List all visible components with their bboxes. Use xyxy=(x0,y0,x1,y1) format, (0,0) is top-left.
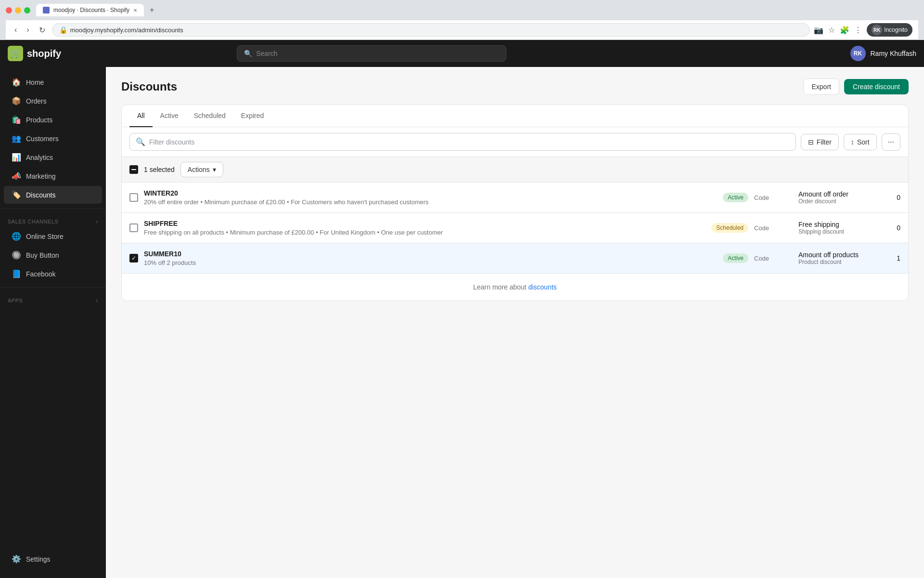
sidebar-item-marketing[interactable]: 📣 Marketing xyxy=(4,167,102,185)
apps-label: Apps xyxy=(8,298,23,303)
browser-tabs: moodjoy · Discounts · Shopify ✕ + xyxy=(6,4,918,16)
filter-button[interactable]: ⊟ Filter xyxy=(801,134,839,150)
discount-type-shipfree: Free shipping Shipping discount xyxy=(798,221,875,235)
discount-name-winter20: WINTER20 xyxy=(144,189,717,197)
code-type-shipfree: Code xyxy=(754,224,793,232)
filter-search[interactable]: 🔍 xyxy=(129,133,796,151)
sort-button[interactable]: ↕ Sort xyxy=(844,134,877,150)
discount-row-shipfree[interactable]: SHIPFREE Free shipping on all products •… xyxy=(122,213,908,243)
sidebar-label-settings: Settings xyxy=(26,555,51,563)
sidebar-item-discounts[interactable]: 🏷️ Discounts xyxy=(4,186,102,204)
marketing-icon: 📣 xyxy=(12,171,21,181)
new-tab-button[interactable]: + xyxy=(146,4,158,16)
discounts-icon: 🏷️ xyxy=(12,190,21,199)
uses-summer10: 1 xyxy=(881,254,900,262)
discount-info-shipfree: SHIPFREE Free shipping on all products •… xyxy=(144,220,706,236)
code-type-summer10: Code xyxy=(754,255,793,262)
discount-type-label-summer10: Amount off products xyxy=(798,251,875,259)
sidebar-item-buy-button[interactable]: 🔘 Buy Button xyxy=(4,246,102,264)
app-layout: 🏠 Home 📦 Orders 🛍️ Products 👥 Customers … xyxy=(0,67,924,578)
user-avatar-small: RK xyxy=(872,25,882,35)
sidebar-item-online-store[interactable]: 🌐 Online Store xyxy=(4,227,102,245)
filter-icon: ⊟ xyxy=(808,138,814,146)
home-icon: 🏠 xyxy=(12,78,21,87)
discounts-learn-more-link[interactable]: discounts xyxy=(528,283,557,291)
menu-icon[interactable]: ⋮ xyxy=(854,26,862,35)
reload-button[interactable]: ↻ xyxy=(36,25,48,36)
sidebar-label-buy-button: Buy Button xyxy=(26,251,59,259)
search-icon: 🔍 xyxy=(244,50,252,57)
sidebar-item-analytics[interactable]: 📊 Analytics xyxy=(4,148,102,166)
discount-row-summer10[interactable]: SUMMER10 10% off 2 products Active Code … xyxy=(122,243,908,274)
tab-scheduled[interactable]: Scheduled xyxy=(186,105,233,127)
discount-info-winter20: WINTER20 20% off entire order • Minimum … xyxy=(144,189,717,206)
discount-row-winter20[interactable]: WINTER20 20% off entire order • Minimum … xyxy=(122,183,908,213)
address-bar[interactable]: 🔒 moodjoy.myshopify.com/admin/discounts xyxy=(52,23,810,37)
sales-channels-chevron[interactable]: › xyxy=(96,218,99,225)
sidebar-label-products: Products xyxy=(26,116,52,124)
extensions-icon[interactable]: 🧩 xyxy=(840,26,849,35)
shopify-logo-icon: 🛒 xyxy=(8,46,23,61)
sidebar-label-customers: Customers xyxy=(26,135,59,143)
url-text: moodjoy.myshopify.com/admin/discounts xyxy=(70,26,183,34)
search-input[interactable] xyxy=(256,50,499,57)
back-button[interactable]: ‹ xyxy=(12,25,20,35)
sidebar-label-marketing: Marketing xyxy=(26,172,55,180)
address-bar-row: ‹ › ↻ 🔒 moodjoy.myshopify.com/admin/disc… xyxy=(6,20,918,40)
shopify-wordmark: shopify xyxy=(27,48,61,59)
apps-chevron[interactable]: › xyxy=(96,297,99,304)
tab-all[interactable]: All xyxy=(129,105,153,127)
sidebar-item-home[interactable]: 🏠 Home xyxy=(4,73,102,91)
discounts-card: All Active Scheduled Expired 🔍 ⊟ Filter … xyxy=(121,105,909,301)
create-discount-button[interactable]: Create discount xyxy=(844,79,909,94)
actions-chevron-icon: ▾ xyxy=(213,166,216,173)
shopify-logo[interactable]: 🛒 shopify xyxy=(8,46,61,61)
page-header: Discounts Export Create discount xyxy=(121,79,909,95)
lock-icon: 🔒 xyxy=(59,26,67,34)
user-name: Ramy Khuffash xyxy=(871,50,916,57)
fullscreen-window-button[interactable] xyxy=(24,7,30,13)
row-checkbox-shipfree[interactable] xyxy=(129,223,138,232)
close-window-button[interactable] xyxy=(6,7,12,13)
row-checkbox-winter20[interactable] xyxy=(129,193,138,202)
header-actions: Export Create discount xyxy=(803,79,909,95)
user-section: RK Ramy Khuffash xyxy=(850,46,916,61)
row-checkbox-summer10[interactable] xyxy=(129,254,138,263)
sidebar-item-facebook[interactable]: 📘 Facebook xyxy=(4,265,102,283)
bulk-action-bar: 1 selected Actions ▾ xyxy=(122,157,908,183)
browser-tab[interactable]: moodjoy · Discounts · Shopify ✕ xyxy=(36,4,144,16)
sidebar-item-customers[interactable]: 👥 Customers xyxy=(4,130,102,147)
more-options-button[interactable]: ··· xyxy=(882,133,900,151)
minimize-window-button[interactable] xyxy=(15,7,21,13)
sidebar-bottom: ⚙️ Settings xyxy=(0,546,106,572)
global-search-bar[interactable]: 🔍 xyxy=(237,45,506,62)
incognito-badge[interactable]: RK Incognito xyxy=(867,23,912,37)
tabs: All Active Scheduled Expired xyxy=(122,105,908,127)
sidebar-item-orders[interactable]: 📦 Orders xyxy=(4,92,102,110)
app-topbar: 🛒 shopify 🔍 RK Ramy Khuffash xyxy=(0,40,924,67)
discount-type-sub-winter20: Order discount xyxy=(798,198,875,205)
sales-channels-label: Sales channels xyxy=(8,219,58,224)
tab-favicon xyxy=(43,7,50,13)
bookmark-icon[interactable]: ☆ xyxy=(828,26,835,35)
discount-type-sub-shipfree: Shipping discount xyxy=(798,228,875,235)
export-button[interactable]: Export xyxy=(803,79,839,95)
bulk-select-checkbox[interactable] xyxy=(129,165,138,174)
sidebar: 🏠 Home 📦 Orders 🛍️ Products 👥 Customers … xyxy=(0,67,106,578)
discount-desc-shipfree: Free shipping on all products • Minimum … xyxy=(144,229,706,236)
toolbar: 🔍 ⊟ Filter ↕ Sort ··· xyxy=(122,127,908,157)
sidebar-item-products[interactable]: 🛍️ Products xyxy=(4,111,102,129)
tab-expired[interactable]: Expired xyxy=(233,105,271,127)
sidebar-label-discounts: Discounts xyxy=(26,191,55,199)
sidebar-item-settings[interactable]: ⚙️ Settings xyxy=(4,550,102,568)
camera-icon[interactable]: 📷 xyxy=(814,26,823,35)
tab-active[interactable]: Active xyxy=(153,105,186,127)
actions-button[interactable]: Actions ▾ xyxy=(180,162,223,177)
browser-actions: 📷 ☆ 🧩 ⋮ RK Incognito xyxy=(814,23,912,37)
filter-input[interactable] xyxy=(149,138,790,146)
tab-close-button[interactable]: ✕ xyxy=(133,8,137,13)
status-badge-summer10: Active xyxy=(723,253,748,263)
forward-button[interactable]: › xyxy=(24,25,32,35)
sort-label: Sort xyxy=(857,138,870,146)
status-badge-shipfree: Scheduled xyxy=(711,223,748,233)
